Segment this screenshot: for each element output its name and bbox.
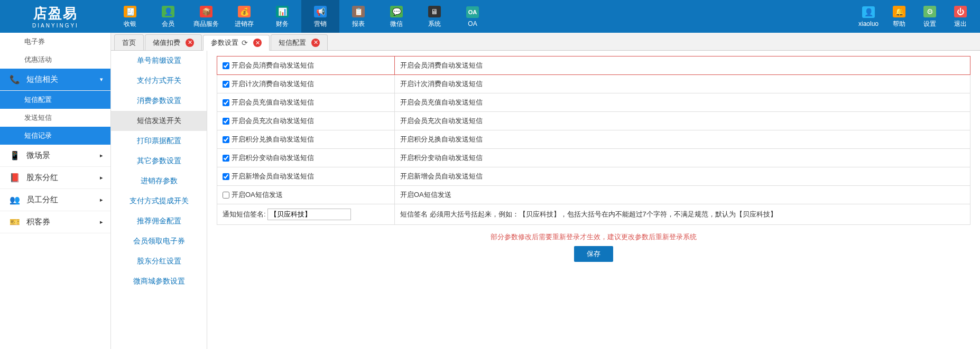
nav-label: 微信 (390, 20, 403, 29)
setting-row: 开启会员充次自动发送短信开启会员充次自动发送短信 (217, 112, 970, 130)
setting-left-label: 开启计次消费自动发送短信 (232, 80, 314, 88)
setting-checkbox[interactable] (223, 136, 229, 143)
sub-item-股东分红设置[interactable]: 股东分红设置 (111, 251, 207, 271)
nav-icon: 🧾 (123, 5, 137, 18)
sub-item-会员领取电子券[interactable]: 会员领取电子券 (111, 231, 207, 251)
nav-right-label: 设置 (923, 20, 936, 29)
nav-系统[interactable]: 🖥系统 (415, 0, 454, 33)
nav-icon: 📋 (352, 5, 365, 18)
close-icon[interactable]: ✕ (311, 39, 320, 47)
sub-item-短信发送开关[interactable]: 短信发送开关 (111, 111, 207, 131)
nav-label: 进销存 (235, 20, 254, 29)
logo-text: 店盈易 (33, 4, 78, 23)
tab-短信配置[interactable]: 短信配置✕ (271, 34, 328, 50)
left-sidebar: 电子券优惠活动📞短信相关▾短信配置发送短信短信记录📱微场景▸📕股东分红▸👥员工分… (0, 33, 111, 349)
setting-checkbox[interactable] (223, 118, 229, 125)
sidebar-item-短信记录[interactable]: 短信记录 (0, 127, 110, 145)
nav-微信[interactable]: 💬微信 (377, 0, 415, 33)
sub-item-支付方式开关[interactable]: 支付方式开关 (111, 71, 207, 91)
nav-收银[interactable]: 🧾收银 (111, 0, 149, 33)
nav-营销[interactable]: 📢营销 (301, 0, 339, 33)
logo-subtext: DIANYINGYI (32, 23, 79, 29)
setting-row: 开启会员充值自动发送短信开启会员充值自动发送短信 (217, 93, 970, 112)
settings-form: 开启会员消费自动发送短信开启会员消费自动发送短信开启计次消费自动发送短信开启计次… (207, 51, 980, 349)
signature-input[interactable] (267, 209, 351, 220)
navright-退出[interactable]: ⏻退出 (945, 0, 976, 33)
nav-报表[interactable]: 📋报表 (339, 0, 377, 33)
sub-item-微商城参数设置[interactable]: 微商城参数设置 (111, 271, 207, 291)
nav-icon: 💬 (390, 5, 403, 18)
setting-row: 开启积分变动自动发送短信开启积分变动自动发送短信 (217, 149, 970, 167)
setting-row: 开启OA短信发送开启OA短信发送 (217, 186, 970, 204)
save-button[interactable]: 保存 (574, 246, 613, 262)
sidebar-group-label: 员工分红 (26, 195, 58, 205)
sidebar-group-label: 微场景 (26, 150, 50, 161)
setting-checkbox[interactable] (223, 173, 229, 180)
sub-item-消费参数设置[interactable]: 消费参数设置 (111, 91, 207, 111)
logo: 店盈易 DIANYINGYI (0, 0, 111, 33)
setting-left-label: 开启会员消费自动发送短信 (232, 61, 314, 69)
nav-label: 营销 (314, 20, 327, 29)
sidebar-item-发送短信[interactable]: 发送短信 (0, 109, 110, 127)
sidebar-group-积客券[interactable]: 🎫积客券▸ (0, 211, 110, 233)
close-icon[interactable]: ✕ (186, 39, 194, 47)
sidebar-item-电子券[interactable]: 电子券 (0, 33, 110, 51)
setting-left-label: 开启积分兑换自动发送短信 (232, 135, 314, 143)
sidebar-item-短信配置[interactable]: 短信配置 (0, 91, 110, 109)
setting-row: 开启新增会员自动发送短信开启新增会员自动发送短信 (217, 167, 970, 186)
nav-right-icon: 👤 (862, 5, 875, 19)
tab-label: 首页 (122, 38, 136, 48)
setting-left-label: 开启积分变动自动发送短信 (232, 154, 314, 162)
nav-icon: 🖥 (428, 5, 441, 18)
nav-商品服务[interactable]: 📦商品服务 (187, 0, 225, 33)
tab-参数设置[interactable]: 参数设置⟳✕ (203, 35, 270, 51)
setting-checkbox[interactable] (223, 81, 229, 88)
setting-row: 开启会员消费自动发送短信开启会员消费自动发送短信 (217, 56, 970, 75)
setting-checkbox[interactable] (223, 192, 229, 199)
setting-row: 开启计次消费自动发送短信开启计次消费自动发送短信 (217, 75, 970, 93)
nav-icon: OA (466, 5, 479, 19)
chevron-right-icon: ▸ (100, 152, 103, 159)
tab-储值扣费[interactable]: 储值扣费✕ (145, 34, 202, 50)
setting-checkbox[interactable] (223, 99, 229, 106)
top-nav: 店盈易 DIANYINGYI 🧾收银👤会员📦商品服务💰进销存📊财务📢营销📋报表💬… (0, 0, 980, 33)
sub-item-进销存参数[interactable]: 进销存参数 (111, 171, 207, 191)
tab-label: 参数设置 (211, 38, 238, 48)
sidebar-group-sms[interactable]: 📞短信相关▾ (0, 69, 110, 91)
close-icon[interactable]: ✕ (253, 39, 262, 47)
navright-xiaoluo[interactable]: 👤xiaoluo (853, 0, 884, 33)
navright-帮助[interactable]: 🔔帮助 (884, 0, 914, 33)
sub-item-推荐佣金配置[interactable]: 推荐佣金配置 (111, 211, 207, 231)
tab-首页[interactable]: 首页 (114, 34, 144, 50)
sidebar-group-label: 积客券 (26, 217, 50, 227)
setting-checkbox[interactable] (223, 62, 229, 69)
nav-OA[interactable]: OAOA (454, 0, 492, 33)
group-icon: 📕 (10, 173, 21, 183)
chevron-right-icon: ▸ (100, 174, 103, 181)
sub-item-其它参数设置[interactable]: 其它参数设置 (111, 151, 207, 171)
settings-sub-sidebar: 单号前缀设置支付方式开关消费参数设置短信发送开关打印票据配置其它参数设置进销存参… (111, 51, 207, 349)
nav-财务[interactable]: 📊财务 (263, 0, 301, 33)
nav-icon: 📦 (199, 5, 213, 18)
setting-checkbox[interactable] (223, 155, 229, 162)
sidebar-group-微场景[interactable]: 📱微场景▸ (0, 145, 110, 167)
setting-left-label: 开启会员充值自动发送短信 (232, 98, 314, 106)
setting-left-label: 开启会员充次自动发送短信 (232, 117, 314, 125)
navright-设置[interactable]: ⚙设置 (914, 0, 945, 33)
refresh-icon[interactable]: ⟳ (242, 39, 248, 47)
chevron-right-icon: ▸ (100, 196, 103, 203)
sub-item-支付方式提成开关[interactable]: 支付方式提成开关 (111, 191, 207, 211)
setting-right-desc: 开启新增会员自动发送短信 (395, 167, 970, 186)
nav-label: 会员 (162, 20, 174, 29)
setting-right-desc: 开启会员消费自动发送短信 (395, 56, 970, 75)
setting-right-desc: 开启计次消费自动发送短信 (395, 75, 970, 93)
nav-label: 报表 (352, 20, 365, 29)
tabs-bar: 首页储值扣费✕参数设置⟳✕短信配置✕ (111, 33, 980, 51)
sub-item-打印票据配置[interactable]: 打印票据配置 (111, 131, 207, 151)
sub-item-单号前缀设置[interactable]: 单号前缀设置 (111, 51, 207, 71)
nav-会员[interactable]: 👤会员 (149, 0, 187, 33)
sidebar-group-员工分红[interactable]: 👥员工分红▸ (0, 189, 110, 211)
sidebar-group-股东分红[interactable]: 📕股东分红▸ (0, 167, 110, 189)
nav-进销存[interactable]: 💰进销存 (225, 0, 263, 33)
sidebar-item-优惠活动[interactable]: 优惠活动 (0, 51, 110, 69)
